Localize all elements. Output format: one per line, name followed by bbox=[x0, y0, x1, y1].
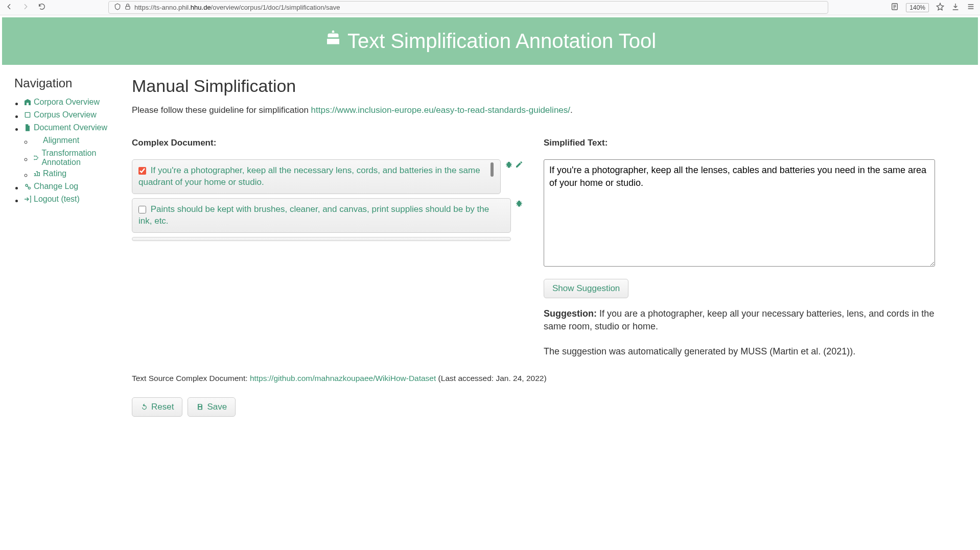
nav-corpora[interactable]: Corpora Overview bbox=[24, 98, 100, 107]
svg-point-4 bbox=[37, 157, 38, 158]
sentence-card[interactable]: Paints should be kept with brushes, clea… bbox=[132, 198, 511, 233]
show-suggestion-button[interactable]: Show Suggestion bbox=[544, 279, 628, 298]
svg-point-2 bbox=[34, 156, 35, 157]
robot-icon bbox=[324, 30, 342, 53]
reload-icon[interactable] bbox=[38, 3, 46, 13]
suggestion-label: Suggestion: bbox=[544, 308, 597, 319]
download-icon[interactable] bbox=[951, 3, 960, 13]
scrollbar-thumb[interactable] bbox=[491, 162, 494, 177]
browser-toolbar: https://ts-anno.phil.hhu.de/overview/cor… bbox=[0, 0, 980, 15]
zoom-badge[interactable]: 140% bbox=[906, 3, 929, 12]
source-link[interactable]: https://github.com/mahnazkoupaee/WikiHow… bbox=[250, 374, 436, 382]
nav-document[interactable]: Document Overview bbox=[24, 123, 107, 132]
complex-label: Complex Document: bbox=[132, 138, 523, 148]
nav-rating[interactable]: Rating bbox=[33, 169, 66, 178]
sentence-card[interactable] bbox=[132, 237, 511, 241]
sentence-text: If you're a photographer, keep all the n… bbox=[138, 165, 480, 187]
download-icon[interactable] bbox=[515, 238, 523, 241]
app-title: Text Simplification Annotation Tool bbox=[347, 30, 656, 53]
sentence-checkbox[interactable] bbox=[138, 167, 146, 175]
nav-changelog[interactable]: Change Log bbox=[24, 182, 78, 191]
suggestion-attribution: The suggestion was automatically generat… bbox=[544, 345, 935, 358]
bug-icon[interactable] bbox=[515, 199, 523, 209]
nav-corpus[interactable]: Corpus Overview bbox=[24, 110, 97, 119]
simplified-label: Simplified Text: bbox=[544, 138, 935, 148]
main-content: Manual Simplification Please follow thes… bbox=[132, 76, 966, 417]
back-icon[interactable] bbox=[5, 3, 13, 13]
simplified-textarea[interactable] bbox=[544, 159, 935, 267]
sentence-checkbox[interactable] bbox=[138, 206, 146, 213]
reader-icon[interactable] bbox=[891, 3, 899, 13]
nav-transformation[interactable]: Transformation Annotation bbox=[33, 149, 122, 167]
sentence-text: Paints should be kept with brushes, clea… bbox=[138, 204, 489, 226]
svg-rect-0 bbox=[126, 6, 130, 9]
svg-point-3 bbox=[34, 159, 35, 160]
suggestion-text: If you are a photographer, keep all your… bbox=[544, 308, 934, 331]
guideline-link[interactable]: https://www.inclusion-europe.eu/easy-to-… bbox=[311, 105, 570, 115]
url-text: https://ts-anno.phil.hhu.de/overview/cor… bbox=[134, 4, 340, 11]
sentence-card[interactable]: If you're a photographer, keep all the n… bbox=[132, 159, 501, 194]
nav-alignment[interactable]: Alignment bbox=[33, 136, 79, 145]
source-line: Text Source Complex Document: https://gi… bbox=[132, 374, 945, 383]
guideline-text: Please follow these guideline for simpli… bbox=[132, 105, 945, 115]
url-bar[interactable]: https://ts-anno.phil.hhu.de/overview/cor… bbox=[108, 1, 828, 14]
lock-icon bbox=[124, 3, 131, 12]
sidebar: Navigation Corpora Overview Corpus Overv… bbox=[14, 76, 122, 417]
edit-icon[interactable] bbox=[515, 160, 523, 171]
suggestion-block: Suggestion: If you are a photographer, k… bbox=[544, 307, 935, 333]
page-title: Manual Simplification bbox=[132, 76, 945, 96]
bug-icon[interactable] bbox=[505, 160, 513, 171]
app-banner: Text Simplification Annotation Tool bbox=[2, 17, 978, 65]
reset-button[interactable]: Reset bbox=[132, 397, 182, 417]
save-button[interactable]: Save bbox=[188, 397, 236, 417]
forward-icon[interactable] bbox=[21, 3, 30, 13]
nav-title: Navigation bbox=[14, 76, 122, 90]
complex-sentence-list: If you're a photographer, keep all the n… bbox=[132, 159, 523, 241]
star-icon[interactable] bbox=[936, 3, 944, 13]
shield-icon bbox=[114, 3, 121, 12]
menu-icon[interactable] bbox=[967, 3, 975, 13]
nav-logout[interactable]: Logout (test) bbox=[24, 195, 80, 204]
